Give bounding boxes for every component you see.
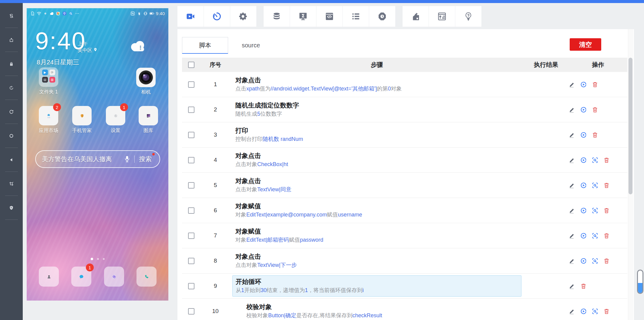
app-folder[interactable]: ▶⟳▤▥: [39, 67, 58, 87]
toolbar-video-record-button[interactable]: [177, 6, 204, 27]
edit-step-button[interactable]: [569, 132, 575, 138]
row-checkbox[interactable]: [188, 182, 194, 189]
dock-phone-call[interactable]: [137, 267, 157, 287]
search-headline[interactable]: 美方警告在乌美国人撤离: [42, 155, 124, 163]
play-step-button[interactable]: [580, 107, 587, 113]
scan-step-button[interactable]: [592, 233, 598, 239]
step-box[interactable]: 对象赋值对象EditText|example@company.com赋值user…: [232, 200, 521, 220]
step-box[interactable]: 对象赋值对象EditText|邮箱密码赋值password: [232, 225, 521, 246]
play-step-button[interactable]: [580, 157, 587, 163]
play-step-button[interactable]: [580, 308, 587, 315]
sidebar-tool-rotate[interactable]: [0, 79, 23, 96]
app-appgallery[interactable]: HUAWEI2: [39, 106, 58, 125]
edit-step-button[interactable]: [569, 107, 575, 113]
step-box[interactable]: 对象点击点击xpath值为//android.widget.TextView[@…: [232, 74, 521, 94]
step-row-9[interactable]: 9开始循环从1开始到30结束，递增值为1，将当前循环值保存到i: [182, 274, 627, 299]
row-checkbox[interactable]: [188, 308, 194, 315]
edit-step-button[interactable]: [569, 233, 575, 239]
step-row-5[interactable]: 5对象点击点击对象TextView|同意: [182, 173, 627, 198]
row-checkbox[interactable]: [188, 233, 194, 239]
delete-step-button[interactable]: [603, 182, 610, 189]
weather-alert-cloud-icon[interactable]: !: [128, 40, 147, 53]
delete-step-button[interactable]: [603, 233, 610, 239]
edit-step-button[interactable]: [569, 207, 575, 214]
scan-step-button[interactable]: [592, 258, 598, 264]
clear-button[interactable]: 清空: [570, 38, 601, 51]
scan-step-button[interactable]: [592, 157, 598, 163]
step-row-8[interactable]: 8对象点击点击对象TextView|下一步: [182, 248, 627, 274]
row-checkbox[interactable]: [188, 258, 194, 264]
toolbar-gear-button[interactable]: [230, 6, 256, 27]
step-box[interactable]: 对象点击点击对象TextView|下一步: [232, 250, 521, 271]
step-box[interactable]: 随机生成指定位数数字随机生成5位数数字: [232, 99, 521, 120]
delete-step-button[interactable]: [580, 283, 587, 289]
phone-screen-mirror[interactable]: 9:40 9:40 上午 吴中区 8月24日星期三 ! ▶⟳▤▥ 文件夹 1 相…: [27, 8, 168, 301]
delete-step-button[interactable]: [603, 308, 610, 315]
dock-contacts[interactable]: [39, 267, 59, 287]
toolbar-bulb-button[interactable]: [455, 6, 481, 27]
toolbar-gauge-button[interactable]: [204, 6, 230, 27]
edit-step-button[interactable]: [569, 81, 575, 88]
delete-step-button[interactable]: [603, 157, 610, 163]
edit-step-button[interactable]: [569, 308, 575, 315]
step-box[interactable]: 对象点击点击对象TextView|同意: [232, 175, 521, 195]
delete-step-button[interactable]: [603, 258, 610, 264]
edit-step-button[interactable]: [569, 258, 575, 264]
row-checkbox[interactable]: [188, 132, 194, 138]
toolbar-code-button[interactable]: [316, 6, 342, 27]
sidebar-tool-refresh[interactable]: [0, 103, 23, 120]
toolbar-save-import-button[interactable]: [403, 6, 429, 27]
delete-step-button[interactable]: [603, 207, 610, 214]
step-row-4[interactable]: 4对象点击点击对象CheckBox|ht: [182, 148, 627, 173]
scan-step-button[interactable]: [592, 308, 598, 315]
table-scrollbar-thumb[interactable]: [629, 58, 632, 194]
page-scroll-indicator[interactable]: [637, 270, 643, 294]
delete-step-button[interactable]: [592, 81, 598, 88]
scan-step-button[interactable]: [592, 207, 598, 214]
toolbar-database-button[interactable]: [264, 6, 290, 27]
play-step-button[interactable]: [580, 182, 587, 189]
tab-source[interactable]: source: [228, 37, 274, 54]
play-step-button[interactable]: [580, 81, 587, 88]
dock-messages[interactable]: 1: [71, 267, 91, 287]
row-checkbox[interactable]: [188, 107, 194, 113]
scan-step-button[interactable]: [592, 182, 598, 189]
app-guard[interactable]: [72, 106, 92, 125]
edit-step-button[interactable]: [569, 157, 575, 163]
play-step-button[interactable]: [580, 233, 587, 239]
delete-step-button[interactable]: [592, 107, 598, 113]
play-step-button[interactable]: [580, 258, 587, 264]
play-step-button[interactable]: [580, 207, 587, 214]
step-row-10[interactable]: 10校验对象校验对象Button|确定是否存在,将结果保存到checkResul…: [182, 299, 627, 320]
step-box[interactable]: 打印控制台打印随机数 randNum: [232, 124, 521, 145]
mic-icon[interactable]: [124, 155, 130, 163]
tab-script[interactable]: 脚本: [182, 37, 228, 54]
sidebar-tool-crop[interactable]: [0, 175, 23, 192]
app-camera[interactable]: [136, 68, 156, 87]
step-row-3[interactable]: 3打印控制台打印随机数 randNum: [182, 122, 627, 148]
step-row-6[interactable]: 6对象赋值对象EditText|example@company.com赋值use…: [182, 198, 627, 223]
toolbar-list-button[interactable]: [343, 6, 369, 27]
row-checkbox[interactable]: [188, 157, 194, 163]
row-checkbox[interactable]: [188, 283, 194, 289]
toolbar-sigma-button[interactable]: [290, 6, 316, 27]
step-box[interactable]: 校验对象校验对象Button|确定是否存在,将结果保存到checkResult: [243, 301, 521, 320]
select-all-checkbox[interactable]: [188, 62, 194, 68]
sidebar-tool-inspect[interactable]: [0, 199, 23, 216]
toolbar-compass-button[interactable]: [369, 6, 395, 27]
row-checkbox[interactable]: [188, 207, 194, 214]
edit-step-button[interactable]: [569, 182, 575, 189]
step-box-selected[interactable]: 开始循环从1开始到30结束，递增值为1，将当前循环值保存到i: [232, 275, 521, 296]
play-step-button[interactable]: [580, 132, 587, 138]
dock-browser[interactable]: [104, 267, 124, 287]
step-box[interactable]: 对象点击点击对象CheckBox|ht: [232, 150, 521, 170]
step-row-1[interactable]: 1对象点击点击xpath值为//android.widget.TextView[…: [182, 72, 627, 97]
search-button[interactable]: 搜索: [139, 155, 153, 163]
sidebar-tool-back[interactable]: [0, 151, 23, 168]
step-row-2[interactable]: 2随机生成指定位数数字随机生成5位数数字: [182, 97, 627, 122]
home-search-bar[interactable]: 美方警告在乌美国人撤离 搜索: [35, 150, 160, 168]
app-settings[interactable]: 1: [106, 106, 125, 125]
edit-step-button[interactable]: [569, 283, 575, 289]
delete-step-button[interactable]: [592, 132, 598, 138]
toolbar-flow-button[interactable]: [429, 6, 455, 27]
